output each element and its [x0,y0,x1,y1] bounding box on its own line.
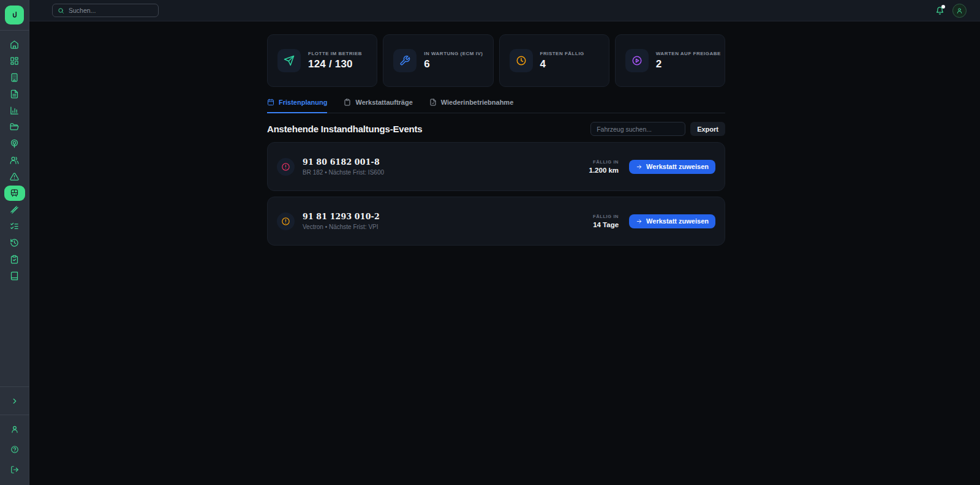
global-search[interactable] [52,4,159,17]
sidebar-item-fleet-active[interactable] [4,186,25,201]
stat-label: FRISTEN FÄLLIG [540,51,584,56]
stat-card-approval: WARTEN AUF FREIGABE 2 [615,34,725,87]
play-circle-icon [625,49,649,72]
tab-label: Werkstattaufträge [355,99,412,106]
sidebar [0,0,29,485]
stat-value: 6 [424,58,483,70]
user-icon [956,7,963,14]
depot-building-icon [10,73,19,82]
sidebar-expand-button[interactable] [4,393,25,409]
notifications-button[interactable] [935,6,944,15]
stat-value: 4 [540,58,584,70]
help-icon [10,445,19,454]
sidebar-item-tracks[interactable] [4,201,25,218]
users-icon [10,156,19,165]
sidebar-footer [0,383,29,485]
alert-circle-icon [277,158,295,176]
sidebar-item-home[interactable] [4,36,25,53]
search-input[interactable] [69,7,153,14]
stat-card-deadlines: FRISTEN FÄLLIG 4 [499,34,609,87]
bar-chart-icon [10,106,19,115]
sidebar-item-profile[interactable] [4,421,25,437]
app-logo[interactable] [5,6,24,24]
tab-werkstattauftraege[interactable]: Werkstattaufträge [344,99,412,113]
sidebar-item-reports[interactable] [4,102,25,119]
topbar [29,0,980,21]
assign-workshop-button[interactable]: Werkstatt zuweisen [629,214,715,228]
main-area: FLOTTE IM BETRIEB 124 / 130 IN WARTUNG (… [29,0,980,485]
tab-bar: Fristenplanung Werkstattaufträge Wiederi… [267,99,725,113]
arrow-right-icon [636,164,643,170]
sidebar-item-telemetry[interactable] [4,135,25,152]
stat-value: 2 [656,58,721,70]
sidebar-item-help[interactable] [4,441,25,457]
dashboard-icon [10,56,19,66]
stat-label: IN WARTUNG (ECM IV) [424,51,483,56]
due-value: 14 Tage [593,221,619,228]
alert-circle-icon [277,212,295,230]
event-row: 91 80 6182 001-8 BR 182 • Nächste Frist:… [267,142,725,191]
tab-fristenplanung[interactable]: Fristenplanung [267,99,327,113]
sidebar-item-logout[interactable] [4,461,25,478]
stat-label: FLOTTE IM BETRIEB [308,51,362,56]
sidebar-item-documents[interactable] [4,86,25,102]
section-header: Anstehende Instandhaltungs-Events Export [267,122,725,136]
assign-workshop-button[interactable]: Werkstatt zuweisen [629,160,715,174]
logo-rail-icon [9,10,20,20]
stat-label: WARTEN AUF FREIGABE [656,51,721,56]
page-title: Anstehende Instandhaltungs-Events [267,124,422,134]
sidebar-item-handbook[interactable] [4,268,25,284]
document-icon [10,89,19,99]
sidebar-divider [0,415,29,415]
sidebar-item-incidents[interactable] [4,168,25,185]
sidebar-item-dashboard[interactable] [4,53,25,69]
assign-button-label: Werkstatt zuweisen [646,163,709,170]
railway-track-icon [10,205,19,214]
vehicle-detail: BR 182 • Nächste Frist: IS600 [303,169,384,176]
broadcast-icon [10,139,19,148]
stat-value: 124 / 130 [308,58,362,70]
notification-dot [941,5,945,9]
due-label: FÄLLIG IN [593,214,619,219]
train-icon [10,189,19,198]
stat-card-fleet: FLOTTE IM BETRIEB 124 / 130 [267,34,377,87]
event-row: 91 81 1293 010-2 Vectron • Nächste Frist… [267,197,725,246]
user-icon [10,425,19,434]
tab-wiederinbetriebnahme[interactable]: Wiederinbetriebnahme [429,99,513,113]
vehicle-detail: Vectron • Nächste Frist: VPI [303,224,380,230]
vehicle-search-input[interactable] [590,122,685,136]
sidebar-item-inspections[interactable] [4,251,25,268]
sidebar-item-tasks[interactable] [4,218,25,235]
clipboard-icon [344,99,351,106]
search-icon [58,7,64,14]
sidebar-item-depot[interactable] [4,69,25,86]
vehicle-number: 91 81 1293 010-2 [303,212,380,221]
send-icon [277,49,301,72]
list-checks-icon [10,222,19,231]
arrow-right-icon [636,218,643,225]
tab-label: Fristenplanung [279,99,327,106]
user-avatar[interactable] [952,4,967,18]
wrench-icon [393,49,417,72]
stat-cards: FLOTTE IM BETRIEB 124 / 130 IN WARTUNG (… [267,34,725,87]
export-button[interactable]: Export [690,122,725,136]
sidebar-item-files[interactable] [4,119,25,135]
event-list: 91 80 6182 001-8 BR 182 • Nächste Frist:… [267,142,725,246]
history-icon [10,238,19,247]
sidebar-divider [0,386,29,387]
sidebar-nav [4,36,25,284]
book-icon [10,271,19,280]
clipboard-check-icon [10,255,19,264]
tab-label: Wiederinbetriebnahme [441,99,513,106]
alert-triangle-icon [10,172,19,181]
content: FLOTTE IM BETRIEB 124 / 130 IN WARTUNG (… [29,21,980,485]
sidebar-item-personnel[interactable] [4,152,25,168]
due-value: 1.200 km [589,167,619,174]
folder-icon [10,122,19,132]
assign-button-label: Werkstatt zuweisen [646,217,709,225]
stat-card-maintenance: IN WARTUNG (ECM IV) 6 [383,34,493,87]
calendar-icon [267,99,274,106]
chevron-right-icon [10,397,19,405]
clock-icon [510,49,533,72]
sidebar-item-history[interactable] [4,235,25,251]
